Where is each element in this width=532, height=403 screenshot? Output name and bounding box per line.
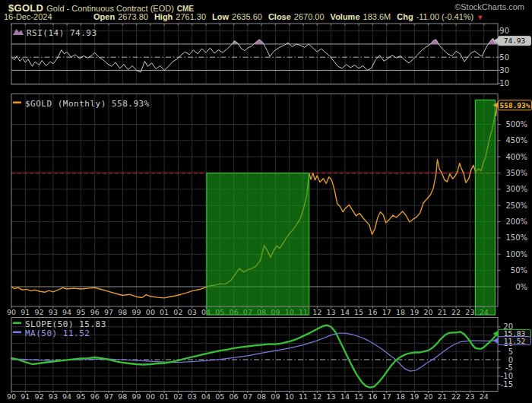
svg-text:90: 90	[499, 27, 509, 35]
svg-text:90: 90	[7, 392, 16, 401]
svg-text:06: 06	[230, 392, 239, 401]
quote-item-label: Chg	[397, 12, 413, 21]
svg-text:96: 96	[90, 308, 100, 316]
svg-text:12: 12	[312, 392, 321, 401]
svg-text:18: 18	[396, 308, 405, 316]
svg-text:5: 5	[508, 347, 513, 356]
stockcharts-credit: ©StockCharts.com	[454, 2, 524, 11]
svg-text:-5: -5	[505, 363, 513, 372]
quote-item-value: -11.00 (-0.41%)	[416, 12, 474, 21]
quote-item-label: Low	[212, 12, 229, 21]
svg-text:$GOLD (Monthly) 558.93%: $GOLD (Monthly) 558.93%	[25, 99, 150, 109]
svg-text:24: 24	[480, 392, 489, 401]
svg-text:21: 21	[438, 392, 447, 401]
quote-item-label: High	[154, 12, 173, 21]
stockchart-image: 9090919192929393949495959696979798989999…	[0, 0, 532, 403]
svg-text:02: 02	[173, 392, 182, 401]
svg-text:300%: 300%	[505, 185, 527, 193]
svg-text:450%: 450%	[505, 136, 527, 144]
quote-item-label: Volume	[331, 12, 360, 21]
svg-text:96: 96	[90, 392, 100, 401]
svg-text:16: 16	[368, 308, 377, 316]
svg-text:250%: 250%	[505, 202, 527, 210]
svg-text:23: 23	[465, 308, 474, 316]
svg-text:17: 17	[382, 308, 391, 316]
chart-header: $GOLDGold - Continuous Contract (EOD)CME…	[0, 0, 532, 23]
quote-item-label: Open	[93, 12, 115, 21]
svg-text:100%: 100%	[505, 250, 527, 259]
svg-text:MA(50) 11.52: MA(50) 11.52	[25, 328, 90, 338]
svg-text:22: 22	[451, 308, 461, 316]
svg-text:00: 00	[146, 392, 155, 401]
svg-text:97: 97	[104, 392, 113, 401]
svg-text:93: 93	[49, 392, 58, 401]
svg-text:-15: -15	[501, 380, 513, 389]
svg-text:74.93: 74.93	[504, 36, 526, 45]
svg-text:95: 95	[76, 308, 85, 316]
quote-item-value: 2635.60	[232, 12, 262, 21]
svg-text:0%: 0%	[515, 283, 527, 291]
svg-text:14: 14	[340, 392, 350, 401]
quote-date: 16-Dec-2024	[4, 12, 87, 21]
quote-item-value: 183.6M	[363, 12, 391, 21]
quote-item-value: 2673.80	[118, 12, 148, 21]
svg-text:03: 03	[188, 308, 197, 316]
quote-line: Open2673.80High2761.30Low2635.60Close267…	[87, 12, 473, 21]
svg-text:05: 05	[215, 392, 224, 401]
svg-text:-10: -10	[501, 372, 513, 380]
svg-text:91: 91	[21, 392, 30, 401]
svg-text:03: 03	[188, 392, 197, 401]
svg-text:30: 30	[499, 66, 509, 75]
svg-text:98: 98	[118, 392, 127, 401]
svg-text:22: 22	[451, 392, 461, 401]
svg-text:99: 99	[132, 392, 141, 401]
quote-row: 16-Dec-2024Open2673.80High2761.30Low2635…	[4, 12, 532, 21]
change-down-triangle-icon: ▼	[477, 14, 483, 21]
svg-text:95: 95	[76, 392, 85, 401]
svg-text:11: 11	[299, 392, 308, 401]
svg-text:19: 19	[410, 308, 419, 316]
svg-text:99: 99	[132, 308, 141, 316]
svg-text:93: 93	[49, 308, 58, 316]
svg-text:150%: 150%	[505, 233, 527, 242]
svg-text:08: 08	[257, 392, 266, 401]
svg-text:97: 97	[104, 308, 113, 316]
svg-text:10: 10	[285, 392, 294, 401]
svg-text:91: 91	[21, 308, 30, 316]
svg-text:01: 01	[160, 392, 169, 401]
svg-text:19: 19	[410, 392, 419, 401]
chart-panels: 9090919192929393949495959696979798989999…	[0, 0, 532, 403]
svg-text:18: 18	[396, 392, 405, 401]
svg-text:200%: 200%	[505, 217, 527, 226]
svg-text:04: 04	[201, 392, 211, 401]
svg-text:00: 00	[146, 308, 155, 316]
svg-text:90: 90	[7, 308, 16, 316]
svg-text:92: 92	[35, 308, 44, 316]
svg-text:500%: 500%	[505, 120, 527, 129]
stockcharts-chart-page: $GOLDGold - Continuous Contract (EOD)CME…	[0, 0, 532, 403]
quote-item-value: 2761.30	[176, 12, 206, 21]
svg-text:0: 0	[508, 356, 513, 364]
svg-text:15: 15	[354, 308, 363, 316]
svg-text:09: 09	[271, 392, 280, 401]
svg-text:15: 15	[354, 392, 363, 401]
svg-text:20: 20	[424, 308, 433, 316]
svg-text:14: 14	[340, 308, 350, 316]
svg-text:17: 17	[382, 392, 391, 401]
svg-text:400%: 400%	[505, 153, 527, 161]
svg-text:558.93%: 558.93%	[499, 101, 530, 109]
svg-text:20: 20	[424, 392, 433, 401]
svg-text:50%: 50%	[511, 266, 527, 274]
title-row: $GOLDGold - Continuous Contract (EOD)CME…	[8, 1, 532, 12]
quote-item-label: Close	[268, 12, 291, 21]
quote-item-value: 2670.00	[294, 12, 325, 21]
svg-text:92: 92	[35, 392, 44, 401]
svg-text:98: 98	[118, 308, 127, 316]
svg-text:21: 21	[438, 308, 447, 316]
svg-text:50: 50	[499, 53, 509, 62]
svg-text:RSI(14) 74.93: RSI(14) 74.93	[27, 28, 97, 38]
svg-text:16: 16	[368, 392, 377, 401]
svg-text:07: 07	[243, 392, 252, 401]
svg-text:02: 02	[173, 308, 182, 316]
svg-text:94: 94	[62, 392, 71, 401]
